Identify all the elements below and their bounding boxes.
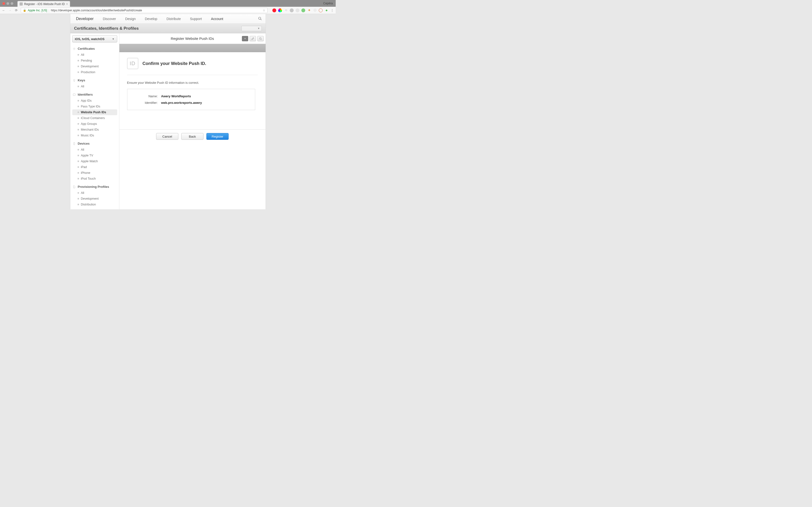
sidebar-item-merchant-ids[interactable]: Merchant IDs [72, 127, 117, 132]
address-bar[interactable]: 🔒 Apple Inc. [US] | https://developer.ap… [21, 8, 267, 13]
bullet-icon [78, 161, 79, 162]
sidebar-item-website-push-ids[interactable]: Website Push IDs [72, 109, 117, 115]
sidebar-item-icloud-containers[interactable]: iCloud Containers [72, 115, 117, 121]
register-button[interactable]: Register [206, 133, 229, 140]
extension-icon-1[interactable]: ⟲ [284, 8, 288, 12]
apple-global-nav: Developer Discover Design Develop Distri… [70, 14, 266, 24]
sidebar-item-all[interactable]: All [72, 190, 117, 196]
name-value: Awery WorkReports [161, 95, 191, 98]
edit-button[interactable] [250, 36, 256, 41]
name-label: Name: [132, 95, 161, 98]
traffic-minimize[interactable] [6, 2, 9, 5]
identifier-value: web.pro.workreports.awery [161, 101, 202, 105]
tool-search-button[interactable] [257, 36, 264, 41]
sidebar-item-ipad[interactable]: iPad [72, 164, 117, 170]
browser-tab[interactable]: Register - iOS Website Push ID × [17, 1, 70, 7]
opera-icon[interactable] [272, 8, 276, 12]
extension-icon-6[interactable] [319, 8, 323, 12]
team-selector[interactable]: ▼ [242, 26, 262, 31]
bullet-icon [78, 117, 79, 119]
section-title: Certificates, Identifiers & Profiles [74, 26, 139, 31]
sidebar-item-apple-watch[interactable]: Apple Watch [72, 158, 117, 164]
sidebar-item-apple-tv[interactable]: Apple TV [72, 153, 117, 158]
sidebar-item-label: All [81, 191, 84, 194]
sidebar-section-keys[interactable]: Keys [72, 77, 117, 83]
menu-icon[interactable]: ⋮ [331, 9, 334, 12]
sidebar-item-distribution[interactable]: Distribution [72, 202, 117, 207]
platform-selector[interactable]: iOS, tvOS, watchOS ▼ [72, 35, 117, 43]
sidebar-item-all[interactable]: All [72, 52, 117, 58]
cancel-button[interactable]: Cancel [156, 133, 179, 140]
nav-discover[interactable]: Discover [103, 17, 116, 21]
sidebar-item-label: Apple Watch [81, 160, 98, 163]
bullet-icon [78, 149, 79, 151]
sidebar-item-label: iCloud Containers [81, 116, 105, 120]
sidebar-item-iphone[interactable]: iPhone [72, 170, 117, 176]
traffic-zoom[interactable] [11, 2, 13, 5]
extension-icon-5[interactable]: ⓘ [313, 8, 317, 12]
gear-icon [73, 47, 76, 50]
extension-icon-3[interactable] [296, 8, 299, 12]
sidebar-section-provisioning-profiles[interactable]: Provisioning Profiles [72, 184, 117, 190]
bullet-icon [78, 192, 79, 193]
bullet-icon [78, 155, 79, 156]
sidebar-item-label: App IDs [81, 99, 92, 102]
sidebar-section-identifiers[interactable]: Identifiers [72, 92, 117, 98]
profile-name[interactable]: Серёга [323, 2, 333, 5]
nav-distribute[interactable]: Distribute [166, 17, 181, 21]
main-panel: Register Website Push IDs ＋ ID [119, 33, 266, 209]
tab-close-icon[interactable]: × [66, 2, 68, 6]
sidebar-item-label: App Groups [81, 122, 97, 125]
nav-design[interactable]: Design [125, 17, 136, 21]
reload-icon[interactable]: ⟳ [14, 9, 18, 12]
extension-icon-4[interactable]: ✚ [307, 8, 311, 12]
sidebar-item-app-groups[interactable]: App Groups [72, 121, 117, 127]
brand[interactable]: Developer [74, 17, 94, 21]
bullet-icon [78, 178, 79, 179]
sidebar-item-label: All [81, 53, 84, 56]
sidebar-item-label: All [81, 85, 84, 88]
add-button[interactable]: ＋ [242, 36, 248, 41]
sidebar-item-label: Apple TV [81, 154, 93, 157]
sidebar-section-devices[interactable]: Devices [72, 141, 117, 147]
sidebar-item-music-ids[interactable]: Music IDs [72, 132, 117, 138]
svg-line-6 [261, 39, 261, 40]
sidebar-item-ipod-touch[interactable]: iPod Touch [72, 176, 117, 181]
bullet-icon [78, 66, 79, 67]
sidebar-item-pending[interactable]: Pending [72, 58, 117, 63]
nav-search-icon[interactable] [258, 17, 262, 21]
bullet-icon [78, 106, 79, 107]
sidebar-item-pass-type-ids[interactable]: Pass Type IDs [72, 104, 117, 109]
section-header: Certificates, Identifiers & Profiles ▼ [70, 24, 266, 33]
sidebar-item-production[interactable]: Production [72, 69, 117, 75]
nav-develop[interactable]: Develop [145, 17, 157, 21]
window-titlebar: Register - iOS Website Push ID × Серёга [0, 0, 336, 7]
sidebar-item-development[interactable]: Development [72, 196, 117, 202]
sidebar-section-certificates[interactable]: Certificates [72, 46, 117, 52]
extension-icons: ⟲ ✚ ⓘ ◆ ⋮ [272, 8, 334, 12]
sidebar-item-app-ids[interactable]: App IDs [72, 98, 117, 104]
color-picker-icon[interactable] [278, 8, 282, 12]
back-icon[interactable]: ← [2, 9, 5, 12]
extension-icon-7[interactable]: ◆ [324, 8, 328, 12]
phone-icon [73, 142, 76, 145]
traffic-close[interactable] [2, 2, 5, 5]
nav-account[interactable]: Account [211, 17, 223, 21]
bookmark-star-icon[interactable]: ☆ [263, 9, 265, 12]
sidebar-item-label: Production [81, 70, 95, 74]
sidebar-item-label: Music IDs [81, 134, 94, 137]
nav-support[interactable]: Support [190, 17, 202, 21]
sidebar-item-label: Merchant IDs [81, 128, 99, 131]
sidebar-item-all[interactable]: All [72, 147, 117, 153]
two-column-layout: iOS, tvOS, watchOS ▼ CertificatesAllPend… [70, 33, 266, 209]
sidebar-item-all[interactable]: All [72, 83, 117, 89]
evernote-icon[interactable] [301, 8, 305, 12]
svg-point-0 [258, 17, 260, 19]
extension-icon-2[interactable] [290, 8, 294, 12]
main-title: Register Website Push IDs [171, 37, 214, 41]
sidebar-item-development[interactable]: Development [72, 63, 117, 69]
back-button[interactable]: Back [181, 133, 203, 140]
bullet-icon [78, 123, 79, 125]
sidebar-section-title: Certificates [78, 47, 95, 50]
sidebar-section-title: Provisioning Profiles [78, 185, 109, 188]
